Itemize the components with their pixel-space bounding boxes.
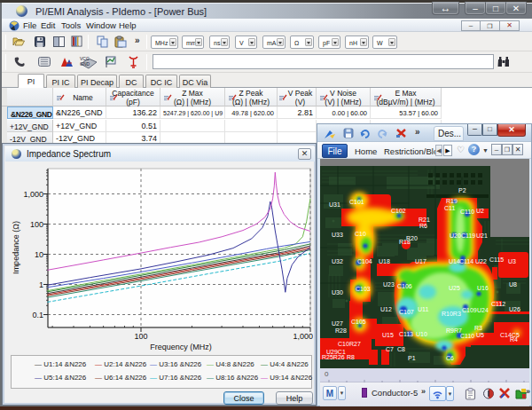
svg-text:C10: C10 [338,341,349,347]
svg-text:U27: U27 [332,320,343,327]
svg-text:Frequency (MHz): Frequency (MHz) [150,343,212,351]
svg-text:C106: C106 [397,283,412,289]
svg-text:R6: R6 [419,223,427,229]
svg-text:1: 1 [39,280,43,289]
svg-text:C11: C11 [444,205,455,211]
svg-text:1,000: 1,000 [23,190,43,199]
svg-text:C10: C10 [355,231,366,237]
svg-text:U29C1: U29C1 [326,349,346,355]
svg-text:P2: P2 [458,187,466,193]
svg-text:U24: U24 [477,307,489,313]
svg-text:U3: U3 [508,258,516,264]
svg-text:C114: C114 [459,258,473,264]
svg-text:1,000: 1,000 [293,332,313,341]
svg-text:U15: U15 [382,332,394,338]
svg-text:U5: U5 [476,332,484,338]
svg-text:U14: U14 [449,258,460,264]
svg-text:C110: C110 [460,209,474,215]
svg-text:C7: C7 [386,346,394,352]
svg-text:U32: U32 [332,258,343,264]
svg-text:U22: U22 [475,258,487,264]
svg-text:C113: C113 [399,331,413,337]
svg-text:C103: C103 [356,286,371,292]
svg-text:U23: U23 [383,281,395,288]
svg-text:C104: C104 [357,258,372,264]
svg-text:C115: C115 [489,256,504,263]
svg-text:U16: U16 [477,285,489,291]
svg-text:C119: C119 [461,233,475,239]
svg-text:C105: C105 [351,319,366,325]
svg-text:C107: C107 [399,309,414,315]
svg-text:R10R3: R10R3 [442,311,461,317]
svg-text:U30: U30 [332,289,343,296]
svg-text:U25: U25 [449,285,460,291]
svg-text:R8: R8 [347,354,355,360]
svg-text:U17: U17 [415,258,426,264]
svg-text:U31: U31 [329,201,340,208]
svg-text:Impedance (Ω): Impedance (Ω) [12,221,20,274]
svg-text:100: 100 [30,220,43,229]
svg-text:U11: U11 [418,306,428,312]
svg-text:10: 10 [35,250,43,259]
svg-text:R27: R27 [349,341,361,347]
svg-text:U33: U33 [332,232,343,238]
svg-text:P1: P1 [408,355,416,361]
svg-text:C109: C109 [462,307,477,313]
svg-text:R21: R21 [419,217,430,223]
svg-text:0.1: 0.1 [32,311,43,319]
svg-text:U12: U12 [380,306,392,312]
svg-text:U8: U8 [509,281,517,288]
svg-text:C102: C102 [391,208,406,214]
svg-text:U21: U21 [476,233,488,239]
svg-text:U2: U2 [476,208,484,214]
svg-text:C6: C6 [446,355,454,361]
svg-text:C110: C110 [460,333,474,339]
svg-text:R19: R19 [446,198,458,204]
svg-text:U26: U26 [509,306,520,312]
svg-text:C8: C8 [397,346,405,352]
svg-text:100: 100 [134,332,147,341]
svg-text:C101: C101 [349,199,364,205]
svg-text:R25R26: R25R26 [322,354,345,360]
svg-text:R28: R28 [335,327,347,334]
svg-text:U10: U10 [416,331,427,337]
svg-text:U20: U20 [450,233,461,239]
svg-text:GND: GND [80,61,90,67]
svg-text:R3: R3 [474,325,482,331]
svg-text:C112: C112 [491,301,505,307]
svg-text:U18: U18 [379,258,390,264]
svg-text:R20: R20 [406,235,418,241]
svg-text:R4: R4 [510,336,518,343]
